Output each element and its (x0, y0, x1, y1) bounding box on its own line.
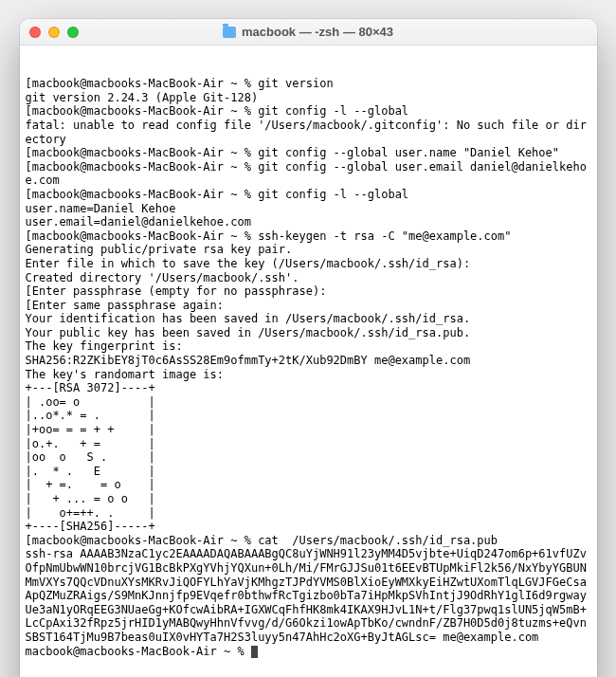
terminal-prompt-line: macbook@macbooks-MacBook-Air ~ % (26, 645, 591, 659)
terminal-line: |oo o S . | (26, 450, 591, 465)
titlebar[interactable]: macbook — -zsh — 80×43 (20, 19, 597, 46)
terminal-line: |..o*.* = . | (26, 409, 591, 423)
terminal-line: [macbook@macbooks-MacBook-Air ~ % git co… (26, 104, 591, 119)
folder-icon (223, 27, 236, 38)
terminal-line: [macbook@macbooks-MacBook-Air ~ % ssh-ke… (26, 229, 591, 244)
terminal-line: git version 2.24.3 (Apple Git-128) (26, 91, 591, 105)
terminal-line: user.name=Daniel Kehoe (26, 202, 591, 216)
terminal-line: +---[RSA 3072]----+ (26, 381, 591, 395)
terminal-line: SHA256:R2ZKibEY8jT0c6AsSS28Em9ofmmTy+2tK… (26, 354, 591, 368)
terminal-line: ssh-rsa AAAAB3NzaC1yc2EAAAADAQABAAABgQC8… (26, 547, 591, 644)
terminal-line: The key fingerprint is: (26, 339, 591, 354)
close-icon[interactable] (29, 27, 41, 38)
window-title-text: macbook — -zsh — 80×43 (242, 25, 393, 39)
cursor-icon (251, 646, 258, 658)
terminal-line: Your public key has been saved in /Users… (26, 326, 591, 340)
terminal-line: | + ... = o o | (26, 492, 591, 506)
terminal-line: |o.+. + = | (26, 437, 591, 451)
terminal-line: [macbook@macbooks-MacBook-Air ~ % git ve… (26, 77, 591, 91)
terminal-line: Generating public/private rsa key pair. (26, 243, 591, 257)
terminal-content[interactable]: [macbook@macbooks-MacBook-Air ~ % git ve… (20, 46, 597, 677)
terminal-line: [macbook@macbooks-MacBook-Air ~ % git co… (26, 188, 591, 202)
terminal-line: | .oo= o | (26, 395, 591, 410)
fullscreen-icon[interactable] (67, 27, 79, 38)
window-controls (29, 27, 79, 38)
prompt-text: macbook@macbooks-MacBook-Air ~ % (26, 645, 251, 658)
terminal-line: |+oo= = = + + | (26, 423, 591, 437)
terminal-line: The key's randomart image is: (26, 368, 591, 382)
terminal-line: +----[SHA256]-----+ (26, 520, 591, 534)
terminal-line: [macbook@macbooks-MacBook-Air ~ % git co… (26, 160, 591, 188)
terminal-line: [Enter passphrase (empty for no passphra… (26, 284, 591, 299)
terminal-line: [macbook@macbooks-MacBook-Air ~ % git co… (26, 146, 591, 160)
terminal-line: | + =. = o | (26, 478, 591, 492)
window-title: macbook — -zsh — 80×43 (20, 25, 597, 39)
terminal-line: Created directory '/Users/macbook/.ssh'. (26, 271, 591, 285)
terminal-line: fatal: unable to read config file '/User… (26, 119, 591, 146)
terminal-line: user.email=daniel@danielkehoe.com (26, 215, 591, 229)
terminal-line: [Enter same passphrase again: (26, 299, 591, 313)
terminal-line: Enter file in which to save the key (/Us… (26, 257, 591, 271)
terminal-line: Your identification has been saved in /U… (26, 312, 591, 326)
minimize-icon[interactable] (48, 27, 60, 38)
terminal-line: |. * . E | (26, 465, 591, 479)
terminal-line: [macbook@macbooks-MacBook-Air ~ % cat /U… (26, 534, 591, 548)
terminal-window: macbook — -zsh — 80×43 [macbook@macbooks… (20, 19, 597, 677)
terminal-line: | o+=++. . | (26, 506, 591, 521)
